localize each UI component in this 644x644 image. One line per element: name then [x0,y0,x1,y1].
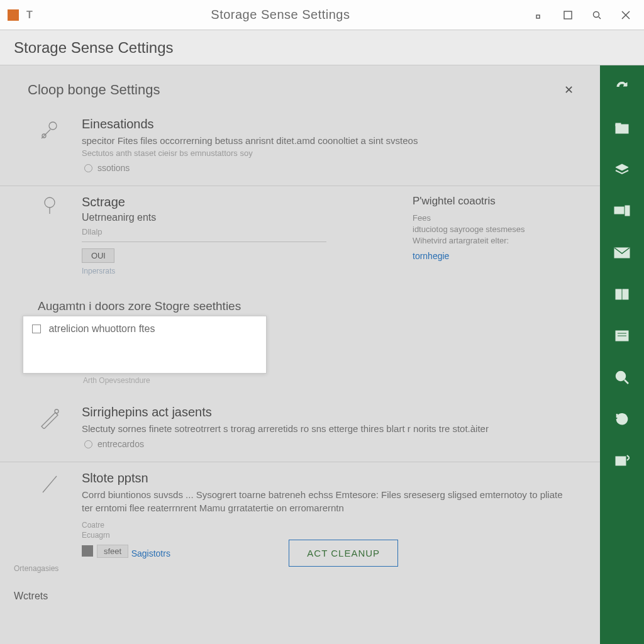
maximize-button[interactable] [557,4,579,26]
titlebar: T Storage Sense Settings [0,0,644,30]
sidebar-mail-icon[interactable] [613,245,631,260]
svg-rect-17 [616,289,621,299]
chip-icon [82,545,93,557]
panel-title: Cloop bonge Settings [28,82,558,98]
svg-rect-13 [616,123,621,126]
aside-line: Fees [413,213,570,224]
bulb-icon [39,195,60,216]
svg-rect-24 [616,457,626,465]
sidebar-folder-icon[interactable] [613,121,631,136]
svg-point-2 [594,11,599,17]
checkbox-label: atrelicion whuottorn ftes [48,323,155,334]
suggestions-link[interactable]: Sagistotrs [131,548,170,558]
svg-point-10 [55,409,58,413]
sidebar-book-icon[interactable] [613,287,631,302]
field-label: Coatre [82,521,570,530]
link-icon [39,119,60,141]
radio-option[interactable] [84,440,92,448]
muted-hint: Inpersrats [82,267,387,275]
section-sublabel: Dllalp [82,227,387,236]
section-extensions: Einesationds specitor Fites files occorr… [0,108,600,186]
section-heading: Sltote pptsn [82,471,570,486]
content-area: Cloop bonge Settings ✕ Einesationds spec… [0,65,600,644]
main: Cloop bonge Settings ✕ Einesationds spec… [0,65,644,644]
toggle-pill[interactable]: OUl [82,248,114,263]
svg-rect-15 [625,206,630,216]
section-heading: Sirrighepins act jasents [82,405,570,419]
svg-rect-0 [536,15,540,18]
cleanup-button[interactable]: ACT CLEANUP [289,540,398,567]
divider [82,242,326,242]
section-storeopts: Sltote pptsn Corrd biuntionos suvsds ...… [0,462,600,579]
app-icon [8,9,19,21]
svg-line-23 [625,380,628,384]
aside-line: Wihetvird artargrateit elter: [413,235,570,247]
section-sub: Uetrneanirg ents [82,212,387,223]
svg-rect-1 [564,11,572,19]
svg-line-11 [43,476,57,492]
radio-option[interactable] [84,164,92,172]
section-desc: Slectuty sornes finete sotreotrrert s tr… [82,422,570,435]
titlebar-accent-icon: T [26,9,33,21]
side-hint: Ortenagasies [14,564,58,573]
section-heading: Sctrage [82,195,387,209]
section-snapshots: Sirrighepins act jasents Slectuty sornes… [0,396,600,462]
pencil-icon [39,408,60,429]
sidebar-search-icon[interactable] [613,370,631,385]
group-heading: Augamtn i doors zore Stogre seethties [38,299,600,313]
page-header: Storage Sense Cettings [0,30,644,65]
search-button[interactable] [586,4,608,26]
svg-line-3 [599,17,601,19]
slash-icon [39,474,60,495]
panel-close-button[interactable]: ✕ [558,79,580,101]
field-label: Ecuagrn [82,531,570,540]
checkbox[interactable] [32,325,41,333]
radio-label: ssotions [97,163,130,173]
svg-point-8 [45,197,55,208]
section-storage: Sctrage Uetrneanirg ents Dllalp OUl Inpe… [0,186,600,288]
svg-point-6 [49,122,57,130]
sidebar-news-icon[interactable] [613,328,631,343]
sidebar-stack-icon[interactable] [613,162,631,177]
checkbox-popup: atrelicion whuottorn ftes [23,316,267,374]
section-desc: specitor Fites files occorrerning betuss… [82,134,570,147]
aside-link[interactable]: tornhegie [413,251,449,261]
popup-hint: Arth Opevsestndure [83,376,600,385]
svg-point-22 [616,372,625,380]
radio-label: entrecardos [97,439,144,449]
sidebar [600,65,644,644]
section-heading: Einesationds [82,117,570,131]
section-desc: Corrd biuntionos suvsds ... Sysogrert to… [82,488,570,514]
svg-rect-14 [614,207,624,214]
page-title: Storage Sense Cettings [14,39,174,57]
panel-header: Cloop bonge Settings ✕ [0,65,600,108]
sidebar-devices-icon[interactable] [613,204,631,219]
sidebar-export-icon[interactable] [613,453,631,468]
footer-label: Wctrets [14,591,600,602]
chip-value[interactable]: sfeet [97,545,128,558]
sidebar-sync-icon[interactable] [613,79,631,94]
sidebar-refresh-icon[interactable] [613,411,631,426]
chip-row: sfeet [82,545,128,558]
aside-line: idtuciotog sayrooge stesmeses [413,224,570,235]
minimize-button[interactable] [528,4,550,26]
svg-rect-18 [623,289,628,299]
aside-heading: P'wightel coaotris [413,195,570,208]
window-title: Storage Sense Settings [40,8,521,22]
close-button[interactable] [615,4,636,26]
section-subdesc: Sectutos anth staset cieisr bs emnustatt… [82,148,570,158]
